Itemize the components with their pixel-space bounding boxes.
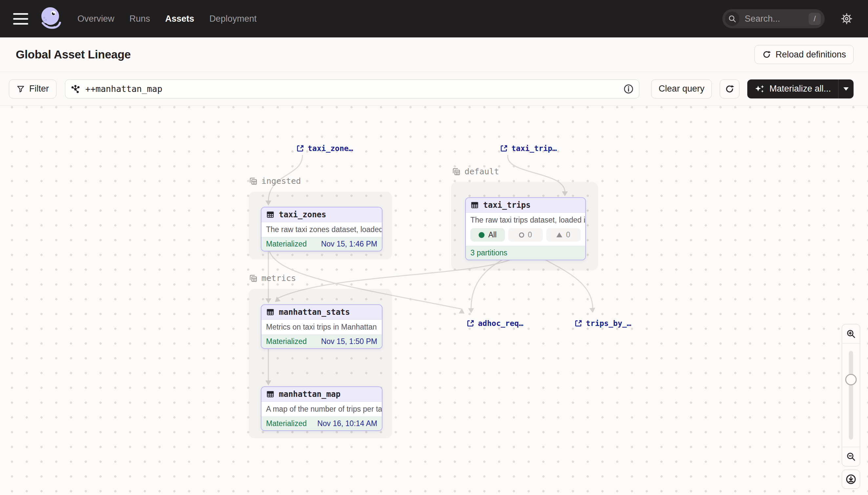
zoom-in-icon — [846, 329, 856, 339]
asset-node-taxi-zones[interactable]: taxi_zones The raw taxi zones dataset, l… — [261, 207, 383, 252]
download-graph-button[interactable] — [842, 470, 860, 489]
table-icon — [471, 201, 479, 209]
group-name: default — [464, 167, 499, 176]
asset-description: The raw taxi trips dataset, loaded into … — [466, 213, 585, 227]
chevron-down-icon — [844, 87, 849, 90]
zoom-out-icon — [846, 452, 856, 462]
asset-footer: Materialized Nov 15, 1:46 PM — [262, 237, 382, 251]
reload-definitions-button[interactable]: Reload definitions — [755, 45, 854, 64]
zoom-slider[interactable] — [842, 343, 860, 447]
triangle-icon — [556, 233, 562, 237]
external-node-taxi-trip[interactable]: taxi_trip… — [500, 144, 557, 153]
group-label-default: default — [452, 167, 499, 176]
page-header: Global Asset Lineage Reload definitions — [0, 37, 868, 72]
table-icon — [266, 210, 274, 219]
asset-description: Metrics on taxi trips in Manhattan — [262, 320, 382, 335]
group-tables-icon — [249, 274, 258, 283]
materialize-all-button[interactable]: Materialize all... — [747, 80, 854, 99]
ring-icon — [519, 233, 524, 238]
asset-footer: Materialized Nov 16, 10:14 AM — [262, 416, 382, 430]
group-label-metrics: metrics — [249, 273, 296, 283]
refresh-icon — [762, 50, 771, 59]
reload-definitions-label: Reload definitions — [776, 50, 846, 60]
materialize-dropdown-toggle[interactable] — [838, 80, 854, 99]
clear-query-button[interactable]: Clear query — [651, 80, 712, 99]
nav-item-runs[interactable]: Runs — [129, 14, 150, 24]
asset-header: taxi_trips — [466, 198, 585, 213]
top-navigation-bar: Overview Runs Assets Deployment Search..… — [0, 0, 868, 37]
group-name: metrics — [262, 273, 296, 283]
group-tables-icon — [452, 167, 461, 176]
menu-icon[interactable] — [13, 13, 28, 24]
status-badge: Materialized — [266, 337, 307, 346]
external-node-adhoc-request[interactable]: adhoc_req… — [466, 319, 523, 328]
materialization-timestamp: Nov 15, 1:50 PM — [321, 337, 377, 346]
materialization-timestamp: Nov 16, 10:14 AM — [317, 419, 377, 428]
asset-name: manhattan_map — [279, 390, 340, 399]
primary-nav: Overview Runs Assets Deployment — [77, 14, 256, 24]
op-selector-icon — [71, 84, 81, 93]
status-badge: Materialized — [266, 419, 307, 428]
refresh-icon — [725, 84, 734, 94]
asset-name: taxi_zones — [279, 210, 326, 219]
table-icon — [266, 390, 274, 398]
zoom-control-panel — [842, 324, 860, 466]
asset-description: The raw taxi zones dataset, loaded int..… — [262, 222, 382, 237]
green-dot-icon — [479, 232, 484, 238]
asset-node-taxi-trips[interactable]: taxi_trips The raw taxi trips dataset, l… — [465, 197, 586, 260]
nav-item-overview[interactable]: Overview — [77, 14, 114, 24]
query-value: ++manhattan_map — [85, 84, 162, 94]
page-title: Global Asset Lineage — [16, 48, 131, 61]
status-badge: Materialized — [266, 240, 307, 249]
external-link-icon — [574, 319, 583, 328]
group-name: ingested — [262, 176, 301, 186]
query-info-icon[interactable] — [623, 84, 634, 94]
lineage-edges — [0, 106, 868, 495]
nav-item-assets[interactable]: Assets — [165, 14, 195, 24]
filter-label: Filter — [29, 84, 49, 94]
external-node-label: trips_by_… — [586, 319, 631, 328]
global-search-input[interactable]: Search... / — [722, 9, 825, 28]
partitions-missing-count: 0 — [528, 231, 532, 239]
asset-header: manhattan_map — [262, 387, 382, 402]
lineage-toolbar: Filter ++manhattan_map Clear query Mater… — [0, 72, 868, 106]
lineage-graph-canvas[interactable]: ingested default metrics taxi_zone… taxi… — [0, 106, 868, 495]
asset-header: manhattan_stats — [262, 305, 382, 320]
partition-status-pills: All 0 0 — [466, 227, 585, 246]
search-placeholder: Search... — [745, 14, 780, 24]
asset-selection-query-input[interactable]: ++manhattan_map — [65, 80, 639, 99]
sparkles-icon — [755, 84, 765, 94]
zoom-out-button[interactable] — [842, 447, 860, 466]
filter-funnel-icon — [16, 85, 25, 93]
table-icon — [266, 308, 274, 317]
nav-item-deployment[interactable]: Deployment — [209, 14, 256, 24]
asset-node-manhattan-stats[interactable]: manhattan_stats Metrics on taxi trips in… — [261, 304, 383, 349]
external-node-label: taxi_trip… — [511, 144, 557, 153]
external-node-taxi-zone[interactable]: taxi_zone… — [296, 144, 353, 153]
external-node-trips-by[interactable]: trips_by_… — [574, 319, 631, 328]
partitions-failed-pill: 0 — [546, 228, 581, 242]
external-node-label: adhoc_req… — [478, 319, 523, 328]
filter-button[interactable]: Filter — [9, 80, 56, 99]
asset-node-manhattan-map[interactable]: manhattan_map A map of the number of tri… — [261, 386, 383, 431]
partitions-all-label: All — [488, 231, 497, 239]
asset-name: manhattan_stats — [279, 308, 350, 317]
asset-name: taxi_trips — [483, 201, 531, 210]
asset-description: A map of the number of trips per taxi z.… — [262, 402, 382, 416]
dagster-logo-icon[interactable] — [39, 6, 62, 32]
external-link-icon — [466, 319, 475, 328]
clear-query-label: Clear query — [659, 84, 705, 94]
asset-footer: Materialized Nov 15, 1:50 PM — [262, 335, 382, 348]
zoom-slider-track[interactable] — [849, 351, 853, 440]
group-label-ingested: ingested — [249, 176, 301, 186]
settings-gear-icon[interactable] — [840, 13, 853, 25]
external-link-icon — [296, 144, 304, 153]
materialize-all-label: Materialize all... — [769, 84, 831, 94]
download-icon — [845, 474, 856, 485]
refresh-graph-button[interactable] — [720, 80, 739, 99]
zoom-in-button[interactable] — [842, 324, 860, 343]
search-icon — [725, 12, 739, 26]
materialization-timestamp: Nov 15, 1:46 PM — [321, 240, 377, 249]
search-shortcut-badge: / — [809, 13, 821, 25]
zoom-slider-handle[interactable] — [845, 374, 857, 386]
